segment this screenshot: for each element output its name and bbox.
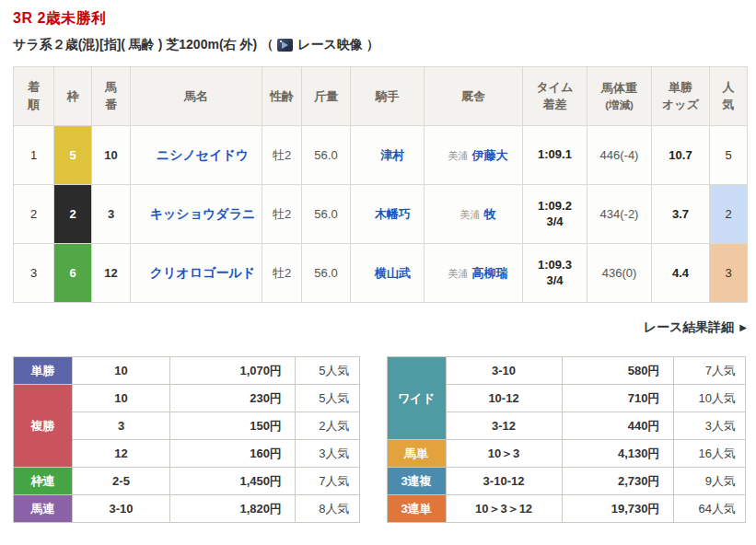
payout-row-wide-1: ワイド 3-10 580円 7人気 [387, 357, 745, 385]
combination: 3-10 [446, 357, 562, 385]
horse-name-link[interactable]: クリオロゴールド [150, 265, 255, 280]
jockey-link[interactable]: 横山武 [375, 266, 411, 280]
payout-row-sanrentan: 3連単 10＞3＞12 19,730円 64人気 [387, 495, 745, 523]
payout-amount: 1,070円 [170, 357, 296, 385]
horse-name-link[interactable]: ニシノセイドウ [157, 147, 249, 162]
horse-weight: 446(-4) [587, 126, 652, 185]
payout-popularity: 5人気 [296, 357, 360, 385]
col-header-jockey: 騎手 [351, 67, 425, 126]
trainer-link[interactable]: 伊藤大 [472, 148, 508, 162]
trainer-link[interactable]: 高柳瑞 [472, 266, 508, 280]
bet-type-label-wakuren: 枠連 [14, 468, 73, 495]
bet-type-label-umaren: 馬連 [14, 495, 73, 523]
win-odds: 3.7 [652, 185, 710, 244]
finish-order: 3 [14, 244, 54, 303]
stable-cell: 美浦伊藤大 [425, 126, 523, 185]
race-video-link[interactable]: レース映像 [277, 37, 363, 53]
win-odds: 10.7 [652, 126, 710, 185]
sex-age: 牡2 [262, 185, 302, 244]
time-margin: 1:09.33/4 [523, 244, 587, 303]
trainer-link[interactable]: 牧 [484, 207, 496, 221]
payout-amount: 710円 [562, 385, 673, 412]
carried-weight: 56.0 [302, 185, 351, 244]
horse-weight: 434(-2) [587, 185, 652, 244]
payout-amount: 4,130円 [562, 440, 673, 468]
payout-popularity: 2人気 [296, 412, 360, 440]
col-header-popularity: 人気 [710, 67, 748, 126]
bet-type-label-fukusho: 複勝 [14, 385, 73, 468]
col-header-win-odds: 単勝オッズ [652, 67, 710, 126]
paren-close: ） [366, 37, 379, 53]
horse-name-cell: クリオロゴールド [131, 244, 262, 303]
race-conditions-text: サラ系２歳(混)[指]( 馬齢 ) 芝1200m(右 外) [13, 37, 257, 53]
jockey-cell: 横山武 [351, 244, 425, 303]
popularity: 3 [710, 244, 748, 303]
col-header-sex-age: 性齢 [262, 67, 302, 126]
detail-link-row: レース結果詳細▶ [13, 319, 747, 339]
horse-number: 3 [92, 185, 131, 244]
payout-popularity: 16人気 [673, 440, 745, 468]
carried-weight: 56.0 [302, 126, 351, 185]
race-results-table: 着順 枠 馬番 馬名 性齢 斤量 騎手 厩舎 タイム着差 馬体重(増減) 単勝オ… [13, 66, 748, 303]
race-detail-link[interactable]: レース結果詳細▶ [644, 319, 747, 334]
right-arrow-icon: ▶ [739, 322, 747, 332]
horse-number: 10 [92, 126, 131, 185]
payout-amount: 150円 [170, 412, 296, 440]
jockey-link[interactable]: 木幡巧 [375, 207, 411, 221]
finish-order: 1 [14, 126, 54, 185]
result-row-1: 1 5 10 ニシノセイドウ 牡2 56.0 津村 美浦伊藤大 1:09.1 4… [14, 126, 748, 185]
stable-region: 美浦 [460, 209, 481, 220]
horse-name-link[interactable]: キッショウダラニ [150, 206, 256, 221]
stable-region: 美浦 [448, 268, 469, 279]
frame-number-badge: 6 [54, 244, 92, 303]
combination: 3-12 [446, 412, 562, 440]
payout-row-wakuren: 枠連 2-5 1,450円 7人気 [14, 468, 360, 495]
payout-section: 単勝 10 1,070円 5人気 複勝 10 230円 5人気 3 150円 2… [13, 356, 746, 523]
sex-age: 牡2 [262, 244, 302, 303]
stable-cell: 美浦高柳瑞 [425, 244, 523, 303]
payout-amount: 440円 [562, 412, 673, 440]
jockey-link[interactable]: 津村 [381, 148, 405, 162]
race-title: 3R 2歳未勝利 [13, 9, 746, 29]
bet-type-label-sanrentan: 3連単 [387, 495, 446, 523]
bet-type-label-sanrenpuku: 3連複 [387, 468, 446, 495]
combination: 10 [73, 385, 170, 412]
popularity: 5 [710, 126, 748, 185]
jockey-cell: 木幡巧 [351, 185, 425, 244]
col-header-stable: 厩舎 [425, 67, 523, 126]
race-video-label: レース映像 [297, 37, 363, 53]
payout-amount: 160円 [170, 440, 296, 468]
payout-row-sanrenpuku: 3連複 3-10-12 2,730円 9人気 [387, 468, 745, 495]
payout-amount: 580円 [562, 357, 673, 385]
combination: 2-5 [73, 468, 170, 495]
video-icon [277, 39, 293, 52]
payout-popularity: 64人気 [673, 495, 745, 523]
popularity: 2 [710, 185, 748, 244]
finish-order: 2 [14, 185, 54, 244]
race-detail-link-label: レース結果詳細 [644, 319, 735, 334]
payout-amount: 1,450円 [170, 468, 296, 495]
results-header-row: 着順 枠 馬番 馬名 性齢 斤量 騎手 厩舎 タイム着差 馬体重(増減) 単勝オ… [14, 67, 748, 126]
col-header-horse-number: 馬番 [92, 67, 131, 126]
horse-weight: 436(0) [587, 244, 652, 303]
stable-cell: 美浦牧 [425, 185, 523, 244]
payout-row-fukusho-1: 複勝 10 230円 5人気 [14, 385, 360, 412]
jockey-cell: 津村 [351, 126, 425, 185]
payout-amount: 1,820円 [170, 495, 296, 523]
payout-popularity: 3人気 [673, 412, 745, 440]
payout-popularity: 9人気 [673, 468, 745, 495]
payout-popularity: 7人気 [673, 357, 745, 385]
frame-number-badge: 5 [54, 126, 92, 185]
payout-amount: 2,730円 [562, 468, 673, 495]
carried-weight: 56.0 [302, 244, 351, 303]
payout-popularity: 7人気 [296, 468, 360, 495]
frame-number-badge: 2 [54, 185, 92, 244]
payout-table-right: ワイド 3-10 580円 7人気 10-12 710円 10人気 3-12 4… [387, 356, 746, 523]
payout-table-left: 単勝 10 1,070円 5人気 複勝 10 230円 5人気 3 150円 2… [13, 356, 360, 523]
result-row-2: 2 2 3 キッショウダラニ 牡2 56.0 木幡巧 美浦牧 1:09.23/4… [14, 185, 748, 244]
payout-popularity: 10人気 [673, 385, 745, 412]
bet-type-label-tansho: 単勝 [14, 357, 73, 385]
payout-popularity: 8人気 [296, 495, 360, 523]
combination: 3-10 [73, 495, 170, 523]
combination: 3 [73, 412, 170, 440]
